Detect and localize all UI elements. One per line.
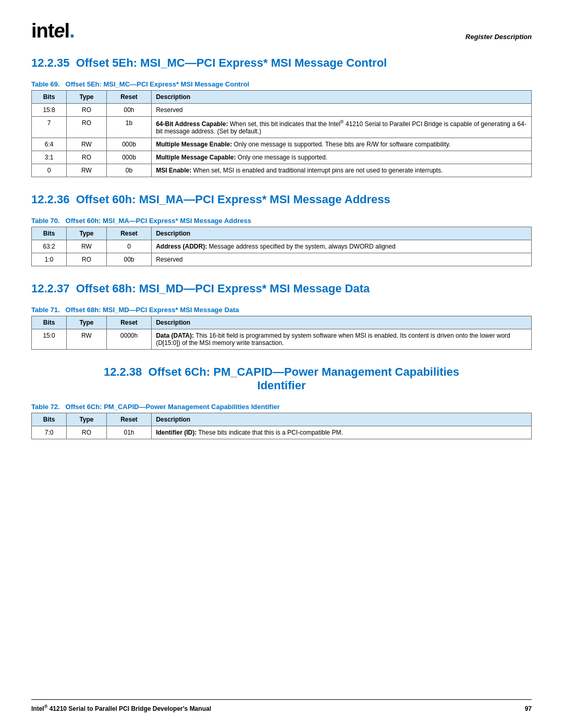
section-12-2-35: 12.2.35 Offset 5Eh: MSI_MC—PCI Express* … [31, 56, 532, 177]
cell-reset: 01h [106, 426, 151, 439]
table-row: 3:1 RO 000b Multiple Message Capable: On… [32, 151, 532, 164]
logo-el: e [54, 20, 64, 42]
cell-reset: 000b [106, 138, 151, 151]
col-header-description: Description [152, 91, 532, 104]
logo-text-int: int [31, 20, 54, 42]
col-header-description: Description [152, 227, 532, 240]
section-12-2-38: 12.2.38 Offset 6Ch: PM_CAPID—Power Manag… [31, 365, 532, 439]
cell-desc: 64-Bit Address Capable: When set, this b… [152, 117, 532, 138]
cell-bits: 7:0 [32, 426, 67, 439]
col-header-type: Type [67, 316, 107, 329]
col-header-reset: Reset [106, 316, 151, 329]
cell-bits: 0 [32, 164, 67, 177]
cell-bits: 7 [32, 117, 67, 138]
table-70: Bits Type Reset Description 63:2 RW 0 Ad… [31, 227, 532, 266]
col-header-description: Description [152, 316, 532, 329]
intel-logo: intel. [31, 21, 75, 41]
section-title-12-2-36: 12.2.36 Offset 60h: MSI_MA—PCI Express* … [31, 193, 532, 206]
cell-desc: Data (DATA): This 16-bit field is progra… [152, 329, 532, 350]
table-69: Bits Type Reset Description 15:8 RO 00h … [31, 90, 532, 177]
cell-reset: 0b [106, 164, 151, 177]
table-row: 0 RW 0b MSI Enable: When set, MSI is ena… [32, 164, 532, 177]
table-row: 63:2 RW 0 Address (ADDR): Message addres… [32, 240, 532, 253]
section-12-2-36: 12.2.36 Offset 60h: MSI_MA—PCI Express* … [31, 193, 532, 266]
table-row: 7:0 RO 01h Identifier (ID): These bits i… [32, 426, 532, 439]
table-row: 1:0 RO 00b Reserved [32, 253, 532, 266]
cell-type: RW [67, 329, 107, 350]
cell-desc: Multiple Message Capable: Only one messa… [152, 151, 532, 164]
page: intel. Register Description 12.2.35 Offs… [0, 0, 563, 728]
table-row: 6:4 RW 000b Multiple Message Enable: Onl… [32, 138, 532, 151]
header-register-description: Register Description [466, 33, 532, 41]
table-caption-71: Table 71. Offset 68h: MSI_MD—PCI Express… [31, 306, 532, 314]
col-header-bits: Bits [32, 227, 67, 240]
table-row: 15:0 RW 0000h Data (DATA): This 16-bit f… [32, 329, 532, 350]
col-header-reset: Reset [106, 413, 151, 426]
col-header-type: Type [67, 413, 107, 426]
cell-type: RO [67, 117, 107, 138]
section-title-12-2-37: 12.2.37 Offset 68h: MSI_MD—PCI Express* … [31, 282, 532, 295]
col-header-description: Description [152, 413, 532, 426]
cell-reset: 00h [106, 104, 151, 117]
cell-type: RO [67, 104, 107, 117]
cell-type: RO [67, 151, 107, 164]
cell-type: RW [67, 164, 107, 177]
table-row: 15:8 RO 00h Reserved [32, 104, 532, 117]
cell-bits: 15:8 [32, 104, 67, 117]
page-footer: Intel® 41210 Serial to Parallel PCI Brid… [31, 699, 532, 712]
section-title-12-2-38: 12.2.38 Offset 6Ch: PM_CAPID—Power Manag… [31, 365, 532, 392]
footer-left-text: Intel® 41210 Serial to Parallel PCI Brid… [31, 704, 211, 712]
col-header-bits: Bits [32, 316, 67, 329]
cell-bits: 63:2 [32, 240, 67, 253]
cell-desc: MSI Enable: When set, MSI is enabled and… [152, 164, 532, 177]
cell-type: RO [67, 426, 107, 439]
col-header-type: Type [67, 227, 107, 240]
col-header-bits: Bits [32, 91, 67, 104]
cell-type: RO [67, 253, 107, 266]
cell-bits: 3:1 [32, 151, 67, 164]
logo-dot: . [69, 20, 75, 42]
table-caption-69: Table 69. Offset 5Eh: MSI_MC—PCI Express… [31, 80, 532, 88]
col-header-reset: Reset [106, 91, 151, 104]
cell-bits: 1:0 [32, 253, 67, 266]
table-71: Bits Type Reset Description 15:0 RW 0000… [31, 316, 532, 350]
cell-desc: Reserved [152, 253, 532, 266]
cell-desc: Address (ADDR): Message address specifie… [152, 240, 532, 253]
footer-page-number: 97 [525, 705, 532, 712]
cell-reset: 000b [106, 151, 151, 164]
cell-bits: 15:0 [32, 329, 67, 350]
table-row: 7 RO 1b 64-Bit Address Capable: When set… [32, 117, 532, 138]
cell-type: RW [67, 138, 107, 151]
cell-reset: 00b [106, 253, 151, 266]
cell-bits: 6:4 [32, 138, 67, 151]
col-header-reset: Reset [106, 227, 151, 240]
cell-reset: 1b [106, 117, 151, 138]
cell-desc: Multiple Message Enable: Only one messag… [152, 138, 532, 151]
cell-type: RW [67, 240, 107, 253]
table-caption-72: Table 72. Offset 6Ch: PM_CAPID—Power Man… [31, 403, 532, 411]
table-72: Bits Type Reset Description 7:0 RO 01h I… [31, 413, 532, 439]
section-12-2-37: 12.2.37 Offset 68h: MSI_MD—PCI Express* … [31, 282, 532, 350]
table-caption-70: Table 70. Offset 60h: MSI_MA—PCI Express… [31, 217, 532, 225]
section-title-12-2-35: 12.2.35 Offset 5Eh: MSI_MC—PCI Express* … [31, 56, 532, 70]
cell-reset: 0 [106, 240, 151, 253]
col-header-type: Type [67, 91, 107, 104]
logo-l: l [65, 20, 70, 42]
col-header-bits: Bits [32, 413, 67, 426]
cell-desc: Identifier (ID): These bits indicate tha… [152, 426, 532, 439]
cell-desc: Reserved [152, 104, 532, 117]
page-header: intel. Register Description [31, 21, 532, 41]
cell-reset: 0000h [106, 329, 151, 350]
